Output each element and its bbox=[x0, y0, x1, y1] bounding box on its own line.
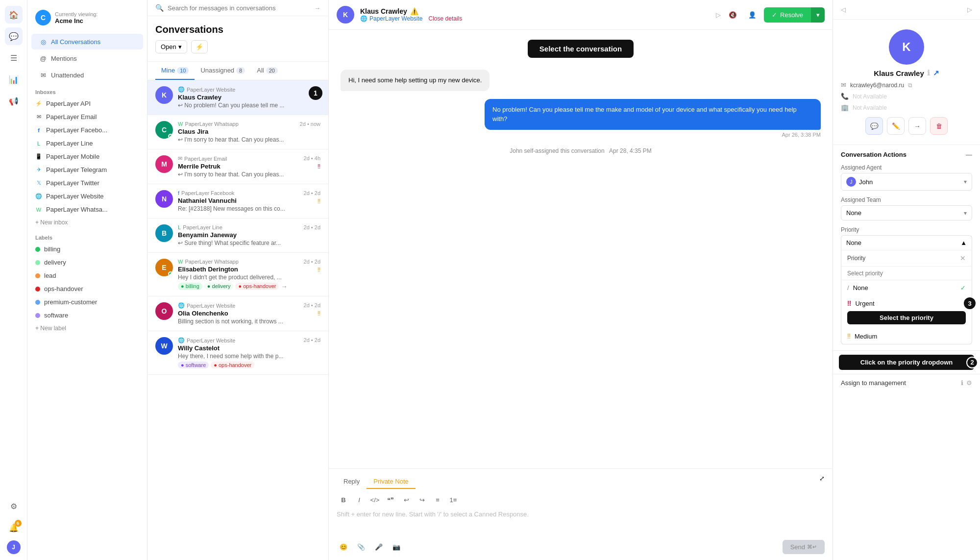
conv-body-3: ✉ PaperLayer Email Merrile Petruk ↩ I'm … bbox=[178, 155, 299, 178]
undo-button[interactable]: ↩ bbox=[399, 493, 413, 507]
right-header-chevron-icon[interactable]: ▷ bbox=[967, 6, 972, 13]
chat-nav-icon[interactable]: 💬 bbox=[5, 27, 23, 45]
filter-button[interactable]: ⚡ bbox=[191, 40, 208, 53]
online-dot-6 bbox=[168, 271, 173, 276]
assigned-team-dropdown[interactable]: None ▾ bbox=[841, 205, 972, 220]
conv-item-6[interactable]: E W PaperLayer Whatsapp Elisabeth Dering… bbox=[147, 253, 328, 296]
attachment-button[interactable]: 📎 bbox=[354, 540, 368, 554]
sidebar-item-mentions[interactable]: @ Mentions bbox=[31, 50, 143, 66]
tab-mine[interactable]: Mine 10 bbox=[155, 62, 195, 80]
telegram-icon: ✈ bbox=[35, 167, 42, 173]
new-conv-button[interactable]: 💬 bbox=[865, 117, 883, 135]
audio-button[interactable]: 🎤 bbox=[372, 540, 386, 554]
search-input[interactable] bbox=[168, 4, 310, 12]
delete-contact-button[interactable]: 🗑 bbox=[930, 117, 948, 135]
sidebar-inbox-facebook[interactable]: f PaperLayer Facebo... bbox=[27, 123, 147, 137]
resolve-main-button[interactable]: ✓ Resolve bbox=[764, 7, 811, 23]
list-button[interactable]: ≡ bbox=[431, 493, 444, 507]
sidebar-inbox-telegram[interactable]: ✈ PaperLayer Telegram bbox=[27, 163, 147, 176]
section-collapse-icon[interactable]: — bbox=[966, 151, 972, 158]
right-header-expand-icon[interactable]: ◁ bbox=[841, 6, 846, 13]
copy-email-icon[interactable]: ⧉ bbox=[908, 82, 912, 89]
priority-option-urgent[interactable]: ‼ Urgent 3 bbox=[841, 295, 972, 311]
composer-tab-private-note[interactable]: Private Note bbox=[367, 475, 416, 489]
priority-field-label: Priority bbox=[841, 226, 972, 233]
avatar-5: B bbox=[155, 224, 173, 242]
quote-button[interactable]: ❝❞ bbox=[384, 493, 397, 507]
assigned-agent-dropdown[interactable]: J John ▾ bbox=[841, 173, 972, 191]
conv-item-1[interactable]: K 🌐 PaperLayer Website Klaus Crawley ↩ N… bbox=[147, 80, 328, 115]
sidebar-inbox-line[interactable]: L PaperLayer Line bbox=[27, 137, 147, 150]
priority-option-none[interactable]: / None ✓ bbox=[841, 280, 972, 295]
lead-dot bbox=[35, 273, 40, 278]
assign-management-row[interactable]: Assign to management ℹ ⚙ bbox=[833, 374, 980, 391]
italic-button[interactable]: I bbox=[352, 493, 366, 507]
source-icon-5: L bbox=[178, 224, 181, 230]
label-software[interactable]: software bbox=[27, 309, 147, 322]
conv-item-3[interactable]: M ✉ PaperLayer Email Merrile Petruk ↩ I'… bbox=[147, 149, 328, 184]
ordered-list-button[interactable]: 1≡ bbox=[446, 493, 460, 507]
conv-item-7[interactable]: O 🌐 PaperLayer Website Olia Olenchenko B… bbox=[147, 296, 328, 331]
sidebar-inbox-mobile[interactable]: 📱 PaperLayer Mobile bbox=[27, 150, 147, 163]
sidebar-inbox-api[interactable]: ⚡ PaperLayer API bbox=[27, 97, 147, 110]
bold-button[interactable]: B bbox=[337, 493, 350, 507]
sidebar-item-all-conversations[interactable]: ◎ All Conversations bbox=[31, 34, 143, 49]
reports-nav-icon[interactable]: 📊 bbox=[5, 71, 23, 88]
label-ops-handover[interactable]: ops-handover bbox=[27, 282, 147, 295]
priority-6: ‼ bbox=[318, 267, 320, 273]
edit-contact-button[interactable]: ✏️ bbox=[887, 117, 905, 135]
send-button[interactable]: Send ⌘↵ bbox=[783, 540, 825, 554]
video-button[interactable]: 📷 bbox=[390, 540, 403, 554]
assign-mgmt-settings-icon[interactable]: ⚙ bbox=[966, 379, 972, 387]
notifications-nav-icon[interactable]: 🔔 6 bbox=[5, 519, 23, 536]
contacts-nav-icon[interactable]: ☰ bbox=[5, 49, 23, 67]
contact-phone: Not Available bbox=[853, 93, 887, 100]
label-premium-customer[interactable]: premium-customer bbox=[27, 295, 147, 309]
code-button[interactable]: </> bbox=[368, 493, 382, 507]
label-billing[interactable]: billing bbox=[27, 243, 147, 256]
conv-item-5[interactable]: B L PaperLayer Line Benyamin Janeway ↩ S… bbox=[147, 219, 328, 253]
priority-option-medium[interactable]: ‼ Medium bbox=[841, 328, 972, 344]
tab-all[interactable]: All 20 bbox=[251, 62, 284, 80]
share-button[interactable]: 👤 bbox=[744, 7, 760, 23]
conv-item-2[interactable]: C W PaperLayer Whatsapp Claus Jira ↩ I'm… bbox=[147, 115, 328, 149]
search-bar: 🔍 → bbox=[147, 0, 328, 16]
sidebar-inbox-website[interactable]: 🌐 PaperLayer Website bbox=[27, 190, 147, 203]
conversation-actions-section: Conversation Actions — Assigned Agent J … bbox=[833, 145, 980, 351]
sidebar-inbox-twitter[interactable]: 𝕏 PaperLayer Twitter bbox=[27, 176, 147, 190]
sidebar-item-unattended[interactable]: ✉ Unattended bbox=[31, 67, 143, 83]
priority-search-input[interactable] bbox=[847, 270, 966, 277]
bubble-time-2: Apr 26, 3:38 PM bbox=[485, 132, 821, 138]
email-contact-button[interactable]: → bbox=[908, 117, 926, 135]
avatar-6: E bbox=[155, 259, 173, 276]
tab-unassigned[interactable]: Unassigned 8 bbox=[195, 62, 251, 80]
emoji-button[interactable]: 😊 bbox=[337, 540, 350, 554]
step-badge-1: 1 bbox=[309, 86, 322, 100]
home-nav-icon[interactable]: 🏠 bbox=[5, 6, 23, 24]
priority-dropdown-trigger[interactable]: None ▲ bbox=[841, 235, 972, 250]
settings-nav-icon[interactable]: ⚙ bbox=[5, 497, 23, 515]
composer-expand-icon[interactable]: ⤢ bbox=[819, 475, 825, 489]
conv-item-4[interactable]: N f PaperLayer Facebook Nathaniel Vannuc… bbox=[147, 184, 328, 219]
external-link-icon[interactable]: ↗ bbox=[933, 69, 939, 77]
mute-button[interactable]: 🔇 bbox=[725, 7, 740, 23]
priority-close-icon[interactable]: ✕ bbox=[960, 254, 966, 262]
conv-item-8[interactable]: W 🌐 PaperLayer Website Willy Castelot He… bbox=[147, 331, 328, 375]
conv-body-1: 🌐 PaperLayer Website Klaus Crawley ↩ No … bbox=[178, 86, 320, 109]
composer-area[interactable]: Shift + enter for new line. Start with '… bbox=[337, 507, 825, 536]
close-details-link[interactable]: Close details bbox=[429, 15, 463, 22]
campaigns-nav-icon[interactable]: 📢 bbox=[5, 92, 23, 110]
new-inbox-button[interactable]: + New inbox bbox=[27, 216, 147, 229]
priority-trigger-value: None bbox=[846, 239, 861, 246]
new-label-button[interactable]: + New label bbox=[27, 322, 147, 335]
composer-tab-reply[interactable]: Reply bbox=[337, 475, 367, 489]
label-lead[interactable]: lead bbox=[27, 269, 147, 282]
chat-header-actions: ▷ 🔇 👤 ✓ Resolve ▾ bbox=[716, 7, 825, 23]
sidebar-inbox-whatsapp[interactable]: W PaperLayer Whatsa... bbox=[27, 203, 147, 216]
sidebar-inbox-email[interactable]: ✉ PaperLayer Email bbox=[27, 110, 147, 123]
redo-button[interactable]: ↪ bbox=[415, 493, 429, 507]
user-avatar-bottom[interactable]: J bbox=[7, 540, 21, 554]
status-dropdown[interactable]: Open ▾ bbox=[155, 40, 187, 53]
label-delivery[interactable]: delivery bbox=[27, 256, 147, 269]
resolve-arrow-button[interactable]: ▾ bbox=[811, 7, 825, 23]
